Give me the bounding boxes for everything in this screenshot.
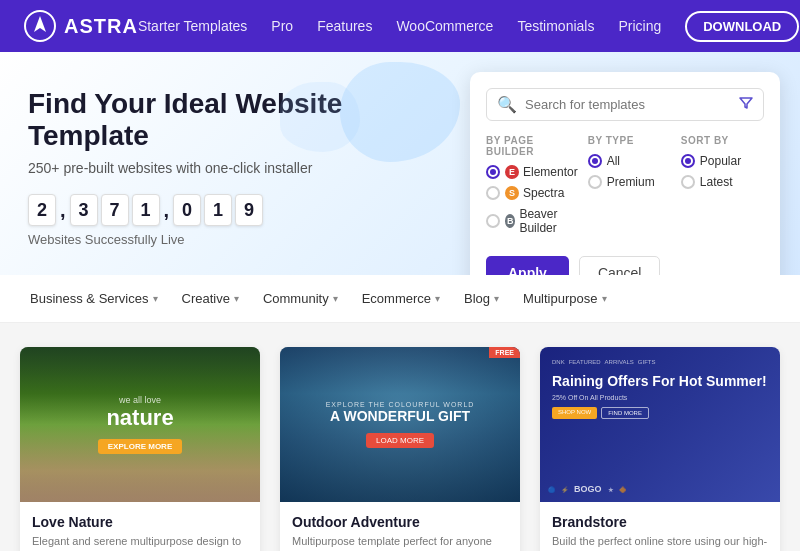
bs-logo-3: ★ xyxy=(608,486,613,493)
cat-creative[interactable]: Creative ▾ xyxy=(172,283,249,314)
option-spectra[interactable]: S Spectra xyxy=(486,186,578,200)
brandstore-nav-bar: DNK FEATURED ARRIVALS GIFTS xyxy=(552,359,768,365)
brandstore-find-btn: FIND MORE xyxy=(601,407,649,419)
counter-digit-2: 7 xyxy=(101,194,129,226)
radio-beaver xyxy=(486,214,500,228)
cat-ecommerce-label: Ecommerce xyxy=(362,291,431,306)
cat-ecommerce[interactable]: Ecommerce ▾ xyxy=(352,283,450,314)
type-title: BY TYPE xyxy=(588,135,671,146)
nature-cta-btn: EXPLORE MORE xyxy=(98,439,182,454)
counter-comma-2: , xyxy=(164,199,170,222)
counter-digit-6: 9 xyxy=(235,194,263,226)
popular-label: Popular xyxy=(700,154,741,168)
chevron-ecommerce: ▾ xyxy=(435,293,440,304)
cat-multipurpose[interactable]: Multipurpose ▾ xyxy=(513,283,616,314)
astra-logo-icon xyxy=(24,10,56,42)
template-card-brandstore[interactable]: DNK FEATURED ARRIVALS GIFTS Raining Offe… xyxy=(540,347,780,551)
premium-label: Premium xyxy=(607,175,655,189)
logo-text: ASTRA xyxy=(64,15,138,38)
page-builder-title: BY PAGE BUILDER xyxy=(486,135,578,157)
outdoor-title: A WONDERFUL GIFT xyxy=(326,408,475,425)
filter-type: BY TYPE All Premium xyxy=(588,135,671,242)
brandstore-thumb-bg: DNK FEATURED ARRIVALS GIFTS Raining Offe… xyxy=(540,347,780,502)
template-name-outdoor: Outdoor Adventure xyxy=(292,514,508,530)
all-label: All xyxy=(607,154,620,168)
template-info-outdoor: Outdoor Adventure Multipurpose template … xyxy=(280,502,520,551)
brandstore-nav-2: ARRIVALS xyxy=(605,359,634,365)
apply-button[interactable]: Apply xyxy=(486,256,569,275)
template-info-love-nature: Love Nature Elegant and serene multipurp… xyxy=(20,502,260,551)
template-card-love-nature[interactable]: we all love nature EXPLORE MORE Love Nat… xyxy=(20,347,260,551)
chevron-business: ▾ xyxy=(153,293,158,304)
brandstore-logos-row: 🔵 ⚡ BOGO ★ 🔶 xyxy=(548,484,772,494)
chevron-multipurpose: ▾ xyxy=(602,293,607,304)
template-info-brandstore: Brandstore Build the perfect online stor… xyxy=(540,502,780,551)
counter-comma-1: , xyxy=(60,199,66,222)
cancel-button[interactable]: Cancel xyxy=(579,256,661,275)
search-input[interactable] xyxy=(525,97,731,112)
spectra-label: S Spectra xyxy=(505,186,564,200)
hero-section: Find Your Ideal Website Template 250+ pr… xyxy=(0,52,800,275)
option-beaver[interactable]: B Beaver Builder xyxy=(486,207,578,235)
logo-area: ASTRA xyxy=(24,10,138,42)
filter-icon-button[interactable] xyxy=(739,96,753,113)
nature-word: nature xyxy=(106,405,173,431)
radio-all xyxy=(588,154,602,168)
radio-premium xyxy=(588,175,602,189)
radio-popular xyxy=(681,154,695,168)
brandstore-shop-btn: SHOP NOW xyxy=(552,407,597,419)
counter-digit-3: 1 xyxy=(132,194,160,226)
templates-grid: we all love nature EXPLORE MORE Love Nat… xyxy=(20,347,780,551)
cat-community[interactable]: Community ▾ xyxy=(253,283,348,314)
templates-section: we all love nature EXPLORE MORE Love Nat… xyxy=(0,323,800,551)
nav-pricing[interactable]: Pricing xyxy=(618,18,661,34)
nature-we: we all love xyxy=(106,395,173,405)
elementor-label: E Elementor xyxy=(505,165,578,179)
cat-blog-label: Blog xyxy=(464,291,490,306)
template-thumb-outdoor: FREE EXPLORE THE COLOURFUL WORLD A WONDE… xyxy=(280,347,520,502)
outdoor-thumb-bg: FREE EXPLORE THE COLOURFUL WORLD A WONDE… xyxy=(280,347,520,502)
radio-latest xyxy=(681,175,695,189)
brandstore-sub: 25% Off On All Products xyxy=(552,394,768,401)
counter-digit-0: 2 xyxy=(28,194,56,226)
filter-grid: BY PAGE BUILDER E Elementor S Spectra xyxy=(486,135,764,242)
template-desc-brandstore: Build the perfect online store using our… xyxy=(552,534,768,549)
radio-spectra xyxy=(486,186,500,200)
nav-testimonials[interactable]: Testimonials xyxy=(517,18,594,34)
chevron-blog: ▾ xyxy=(494,293,499,304)
option-popular[interactable]: Popular xyxy=(681,154,764,168)
option-premium[interactable]: Premium xyxy=(588,175,671,189)
radio-elementor xyxy=(486,165,500,179)
outdoor-cta-btn: LOAD MORE xyxy=(366,433,434,448)
outdoor-explore: EXPLORE THE COLOURFUL WORLD xyxy=(326,401,475,408)
cat-business[interactable]: Business & Services ▾ xyxy=(20,283,168,314)
option-all[interactable]: All xyxy=(588,154,671,168)
brandstore-title: Raining Offers For Hot Summer! xyxy=(552,373,768,390)
outdoor-text: EXPLORE THE COLOURFUL WORLD A WONDERFUL … xyxy=(326,401,475,425)
nav-starter-templates[interactable]: Starter Templates xyxy=(138,18,247,34)
template-desc-love-nature: Elegant and serene multipurpose design t… xyxy=(32,534,248,551)
funnel-icon xyxy=(739,96,753,110)
cat-blog[interactable]: Blog ▾ xyxy=(454,283,509,314)
elementor-badge: E xyxy=(505,165,519,179)
cat-multipurpose-label: Multipurpose xyxy=(523,291,597,306)
template-card-outdoor[interactable]: FREE EXPLORE THE COLOURFUL WORLD A WONDE… xyxy=(280,347,520,551)
option-latest[interactable]: Latest xyxy=(681,175,764,189)
nav-woocommerce[interactable]: WooCommerce xyxy=(396,18,493,34)
brandstore-nav-3: GIFTS xyxy=(638,359,656,365)
nature-thumb-bg: we all love nature EXPLORE MORE xyxy=(20,347,260,502)
nav-features[interactable]: Features xyxy=(317,18,372,34)
download-button[interactable]: DOWNLOAD xyxy=(685,11,799,42)
latest-label: Latest xyxy=(700,175,733,189)
counter-digit-4: 0 xyxy=(173,194,201,226)
filter-sort: SORT BY Popular Latest xyxy=(681,135,764,242)
cat-community-label: Community xyxy=(263,291,329,306)
counter-digit-5: 1 xyxy=(204,194,232,226)
spectra-badge: S xyxy=(505,186,519,200)
header: ASTRA Starter Templates Pro Features Woo… xyxy=(0,0,800,52)
nav-pro[interactable]: Pro xyxy=(271,18,293,34)
brandstore-nav-1: FEATURED xyxy=(569,359,601,365)
bs-bogo: BOGO xyxy=(574,484,602,494)
option-elementor[interactable]: E Elementor xyxy=(486,165,578,179)
cat-creative-label: Creative xyxy=(182,291,230,306)
